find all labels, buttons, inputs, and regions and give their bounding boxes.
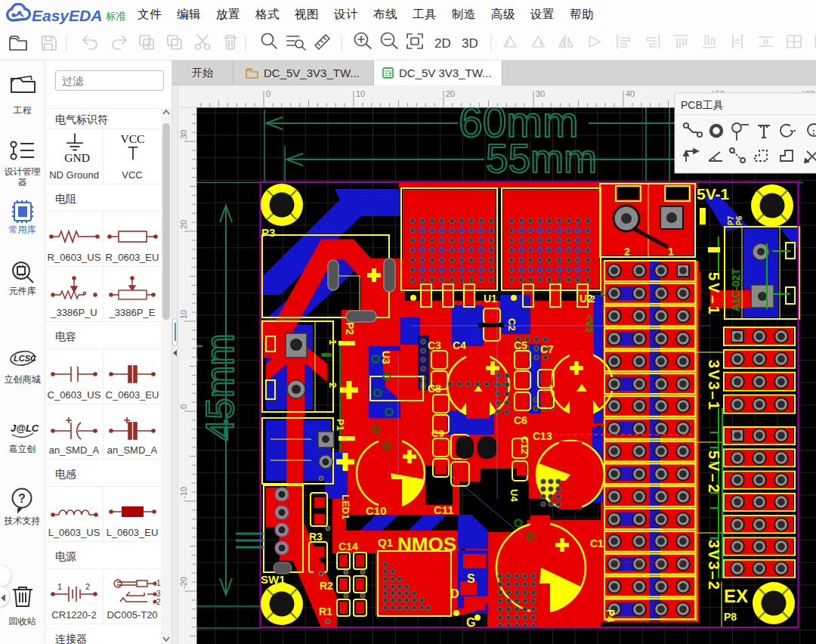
svg-text:2: 2 bbox=[85, 582, 90, 591]
svg-text:R3: R3 bbox=[309, 531, 323, 543]
svg-text:10: 10 bbox=[179, 310, 188, 319]
svg-text:3D: 3D bbox=[462, 36, 478, 51]
svg-text:Q1: Q1 bbox=[378, 536, 393, 549]
svg-text:U3: U3 bbox=[380, 351, 392, 364]
svg-text:20: 20 bbox=[179, 220, 188, 229]
svg-text:J@LC: J@LC bbox=[11, 423, 39, 434]
svg-text:EX: EX bbox=[724, 586, 748, 606]
svg-text:1: 1 bbox=[156, 579, 161, 587]
svg-text:C1: C1 bbox=[590, 537, 604, 550]
svg-text:LED1: LED1 bbox=[340, 494, 351, 519]
svg-text:5V–1: 5V–1 bbox=[706, 272, 722, 317]
svg-text:C13: C13 bbox=[533, 430, 552, 442]
svg-text:2: 2 bbox=[590, 294, 595, 305]
svg-text:A1C-02T: A1C-02T bbox=[730, 268, 742, 311]
svg-text:PCB工具: PCB工具 bbox=[681, 99, 724, 111]
svg-text:标准: 标准 bbox=[105, 11, 126, 22]
svg-text:0: 0 bbox=[179, 404, 188, 409]
svg-text:P8: P8 bbox=[724, 611, 737, 623]
svg-text:P6: P6 bbox=[735, 215, 743, 225]
svg-text:10: 10 bbox=[356, 89, 365, 98]
svg-text:D: D bbox=[450, 587, 459, 600]
svg-text:30: 30 bbox=[179, 130, 188, 139]
svg-text:5V–2: 5V–2 bbox=[706, 450, 722, 495]
svg-text:C6: C6 bbox=[514, 414, 527, 426]
svg-text:C11: C11 bbox=[434, 503, 454, 516]
svg-text:1: 1 bbox=[668, 246, 674, 258]
svg-text:VCC: VCC bbox=[120, 132, 144, 145]
svg-text:C7: C7 bbox=[540, 343, 554, 355]
svg-text:S: S bbox=[467, 572, 475, 585]
svg-text:45mm: 45mm bbox=[199, 333, 242, 441]
svg-text:C14: C14 bbox=[338, 540, 358, 553]
svg-text:3: 3 bbox=[156, 590, 161, 598]
svg-text:GND: GND bbox=[64, 151, 90, 164]
svg-text:U1: U1 bbox=[484, 293, 497, 305]
svg-text:55mm: 55mm bbox=[486, 136, 597, 181]
svg-text:C8: C8 bbox=[428, 382, 441, 395]
svg-text:P4: P4 bbox=[604, 609, 617, 622]
svg-text:EasyEDA: EasyEDA bbox=[32, 7, 102, 24]
svg-text:C3: C3 bbox=[428, 339, 441, 351]
svg-text:20: 20 bbox=[446, 89, 455, 98]
svg-text:R1: R1 bbox=[319, 605, 332, 618]
svg-text:<V3: <V3 bbox=[584, 314, 595, 333]
svg-text:C4: C4 bbox=[453, 339, 466, 351]
svg-text:U4: U4 bbox=[508, 489, 520, 502]
svg-text:40: 40 bbox=[626, 89, 635, 98]
svg-text:P2: P2 bbox=[344, 322, 356, 335]
svg-text:-20: -20 bbox=[179, 577, 188, 589]
svg-text:P7: P7 bbox=[727, 215, 735, 225]
svg-text:30: 30 bbox=[536, 89, 545, 98]
svg-text:NMOS: NMOS bbox=[397, 533, 456, 556]
svg-text:R2: R2 bbox=[320, 580, 333, 592]
svg-text:C12: C12 bbox=[519, 436, 530, 454]
svg-text:5V-1: 5V-1 bbox=[697, 185, 730, 203]
svg-text:C5: C5 bbox=[514, 339, 527, 351]
svg-text:?: ? bbox=[18, 492, 26, 505]
svg-text:1: 1 bbox=[57, 582, 62, 591]
svg-text:C9: C9 bbox=[431, 428, 444, 439]
svg-text:C2: C2 bbox=[506, 318, 518, 331]
svg-text:1: 1 bbox=[327, 339, 338, 345]
svg-text:P1: P1 bbox=[335, 419, 346, 431]
svg-text:a: a bbox=[598, 292, 609, 297]
svg-text:2: 2 bbox=[624, 246, 630, 258]
svg-text:-10: -10 bbox=[179, 487, 188, 499]
svg-text:LCSC: LCSC bbox=[14, 354, 37, 363]
svg-text:2D: 2D bbox=[434, 36, 451, 51]
svg-text:2: 2 bbox=[327, 382, 338, 388]
svg-text:0: 0 bbox=[266, 89, 270, 98]
svg-text:3V3–2: 3V3–2 bbox=[706, 540, 722, 591]
svg-text:C10: C10 bbox=[366, 504, 387, 517]
svg-text:3V3–1: 3V3–1 bbox=[706, 360, 722, 411]
svg-text:2: 2 bbox=[156, 598, 161, 606]
svg-text:P3: P3 bbox=[261, 226, 275, 239]
